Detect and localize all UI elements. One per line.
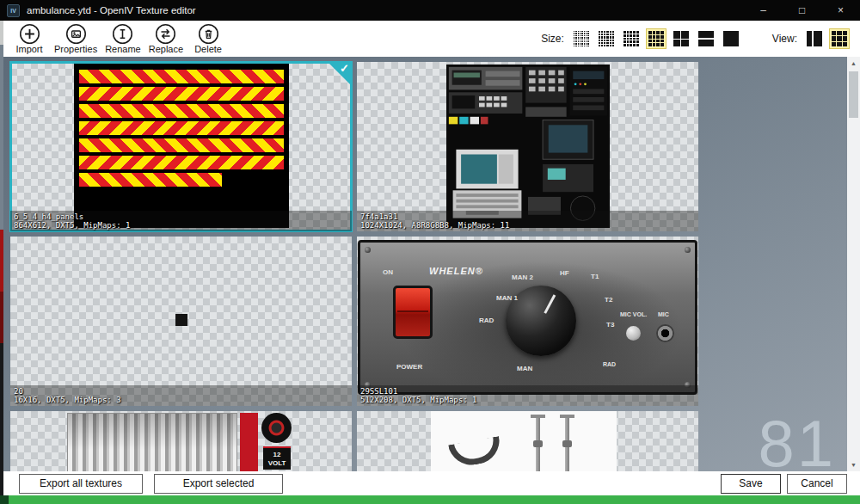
texture-name: 7f4a1a31 — [360, 212, 695, 221]
rename-icon — [112, 23, 133, 45]
size-grid-5-icon[interactable] — [621, 28, 642, 49]
texture-info: 864X612, DXT5, MipMaps: 1 — [14, 221, 348, 230]
background-watermark: 81 — [758, 411, 836, 471]
tile-29ssl101[interactable]: ON WHELEN® POWER MAN 2 HF T1 MAN 1 T2 RA… — [357, 237, 698, 406]
close-button[interactable]: × — [821, 0, 860, 21]
stretcher-pole — [536, 418, 540, 471]
panel-man2-label: MAN 2 — [512, 274, 533, 281]
panel-mic-jack — [656, 324, 674, 342]
panel-mic-label: MIC — [658, 311, 669, 317]
window-controls: – □ × — [744, 0, 860, 21]
texture-info: 16X16, DXT5, MipMaps: 3 — [14, 396, 348, 404]
delete-trash-icon — [198, 23, 219, 45]
panel-mic-volume-knob — [626, 326, 641, 341]
properties-label: Properties — [54, 45, 97, 54]
view-label: View: — [772, 33, 797, 45]
texture-preview-stretcher — [431, 411, 617, 471]
tile-6-5-4-h4-panels[interactable]: ✓ 6_5_4_h4_panels 864X612, DXT5, MipMaps… — [10, 62, 352, 231]
texture-name: 29SSL101 — [360, 387, 695, 396]
panel-rad2-label: RAD — [603, 361, 616, 367]
stretcher-handle — [448, 436, 503, 469]
volt-badge: 12 VOLT — [263, 446, 291, 470]
view-split-icon[interactable] — [804, 28, 825, 49]
panel-t3-label: T3 — [606, 321, 614, 329]
replace-button[interactable]: Replace — [149, 23, 183, 54]
size-grid-2-icon[interactable] — [671, 28, 691, 49]
stretcher-pole — [565, 418, 569, 471]
tile-label: 7f4a1a31 1024X1024, A8R8G8B8, MipMaps: 1… — [357, 211, 698, 231]
toolbar-right-group: Size: View: — [541, 28, 850, 49]
size-rows-2-icon[interactable] — [696, 28, 716, 49]
view-grid-icon-selected[interactable] — [829, 28, 850, 49]
panel-mic-vol-label: MIC VOL. — [620, 311, 647, 317]
cancel-button[interactable]: Cancel — [787, 474, 847, 494]
scroll-down-icon[interactable]: ▼ — [847, 458, 860, 471]
save-button[interactable]: Save — [721, 474, 781, 494]
toolbar: Import Properties Rename Replace Delete — [3, 21, 860, 57]
maximize-button[interactable]: □ — [783, 0, 821, 21]
titlebar: IV ambulance.ytd - OpenIV Texture editor… — [0, 0, 860, 21]
properties-button[interactable]: Properties — [54, 23, 97, 54]
vertical-scrollbar[interactable]: ▲ ▼ — [847, 57, 860, 471]
headlight-reel-icon — [261, 413, 292, 443]
delete-button[interactable]: Delete — [191, 23, 225, 54]
window-title: ambulance.ytd - OpenIV Texture editor — [27, 5, 196, 15]
panel-hf-label: HF — [560, 269, 569, 277]
tile-label: 29SSL101 512X208, DXT5, MipMaps: 1 — [357, 385, 698, 406]
screen: IV ambulance.ytd - OpenIV Texture editor… — [0, 0, 860, 504]
export-selected-button[interactable]: Export selected — [154, 474, 283, 494]
panel-t1-label: T1 — [591, 273, 599, 280]
texture-info: 512X208, DXT5, MipMaps: 1 — [360, 396, 695, 404]
texture-grid-area: 81 ✓ 6_5_4_h4_panels 864X612, DXT5, Mi — [3, 57, 860, 471]
tile-7f4a1a31[interactable]: 7f4a1a31 1024X1024, A8R8G8B8, MipMaps: 1… — [357, 62, 698, 231]
headlight-ribs — [67, 413, 237, 471]
rename-label: Rename — [105, 45, 141, 54]
panel-brand-label: WHELEN® — [429, 266, 483, 276]
volt-badge-line1: 12 — [263, 451, 291, 459]
size-label: Size: — [541, 33, 564, 45]
rename-button[interactable]: Rename — [105, 23, 141, 54]
selected-check-icon: ✓ — [340, 62, 349, 75]
texture-preview-small-square — [175, 314, 187, 326]
texture-preview-headlight: 12 VOLT — [67, 411, 292, 471]
scrollbar-thumb[interactable] — [849, 71, 858, 118]
footer-bar: Export all textures Export selected Save… — [3, 471, 860, 495]
volt-badge-line2: VOLT — [263, 459, 291, 468]
import-label: Import — [15, 45, 42, 54]
texture-name: 20 — [14, 387, 348, 396]
size-grid-8-icon[interactable] — [571, 28, 592, 49]
size-grid-6-icon[interactable] — [596, 28, 617, 49]
openiv-app-icon: IV — [7, 4, 20, 17]
tile-headlight-partial[interactable]: 12 VOLT — [10, 411, 352, 471]
import-plus-icon — [19, 23, 40, 45]
scroll-up-icon[interactable]: ▲ — [847, 57, 860, 70]
panel-power-switch — [393, 286, 433, 339]
texture-preview-whelen-panel: ON WHELEN® POWER MAN 2 HF T1 MAN 1 T2 RA… — [358, 240, 697, 395]
desktop-bottom-strip — [0, 495, 860, 504]
texture-preview-chevron-panels — [74, 64, 289, 228]
panel-on-label: ON — [383, 268, 393, 276]
properties-icon — [65, 23, 87, 45]
import-button[interactable]: Import — [12, 23, 46, 54]
panel-man1-label: MAN 1 — [496, 294, 518, 302]
replace-label: Replace — [149, 45, 183, 54]
size-grid-4-icon-selected[interactable] — [646, 28, 666, 49]
texture-tiles: ✓ 6_5_4_h4_panels 864X612, DXT5, MipMaps… — [10, 62, 698, 471]
size-single-icon[interactable] — [721, 28, 741, 49]
export-all-textures-button[interactable]: Export all textures — [19, 474, 143, 494]
minimize-button[interactable]: – — [744, 0, 783, 21]
panel-t2-label: T2 — [605, 296, 612, 304]
texture-preview-equipment-collage — [446, 65, 610, 231]
panel-rad-label: RAD — [479, 317, 494, 324]
texture-info: 1024X1024, A8R8G8B8, MipMaps: 11 — [360, 221, 695, 230]
tile-label: 20 16X16, DXT5, MipMaps: 3 — [10, 385, 352, 406]
tile-label: 6_5_4_h4_panels 864X612, DXT5, MipMaps: … — [10, 211, 352, 231]
footer-left-group: Export all textures Export selected — [19, 474, 283, 494]
replace-swap-icon — [155, 23, 176, 45]
panel-power-label: POWER — [396, 363, 422, 371]
tile-20[interactable]: 20 16X16, DXT5, MipMaps: 3 — [10, 237, 352, 406]
footer-right-group: Save Cancel — [721, 474, 847, 494]
headlight-red-strip — [240, 413, 258, 471]
delete-label: Delete — [194, 45, 222, 54]
tile-stretcher-partial[interactable] — [357, 411, 698, 471]
